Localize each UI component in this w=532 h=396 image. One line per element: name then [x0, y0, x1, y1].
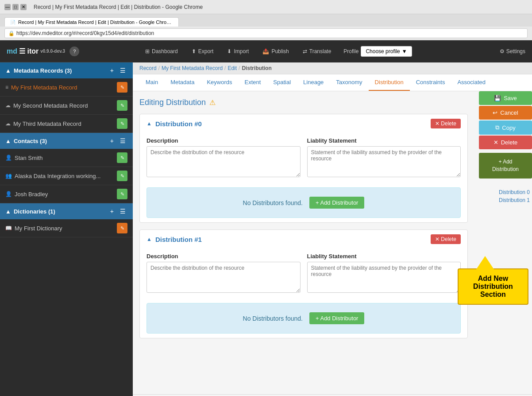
no-distributors-text-0: No Distributors found.	[243, 199, 303, 206]
tab-keywords[interactable]: Keywords	[200, 74, 238, 91]
add-contact-button[interactable]: +	[108, 136, 116, 145]
person-icon: 👤	[5, 155, 12, 161]
no-distributors-box-0: No Distributors found. + Add Distributor	[146, 187, 461, 218]
tab-taxonomy[interactable]: Taxonomy	[330, 74, 368, 91]
group-icon: 👥	[5, 173, 12, 179]
liability-textarea-0[interactable]	[307, 146, 461, 177]
liability-textarea-1[interactable]	[307, 262, 461, 293]
description-textarea-1[interactable]	[146, 262, 301, 293]
tab-spatial[interactable]: Spatial	[267, 74, 297, 91]
edit-record-2-button[interactable]: ✎	[117, 118, 127, 129]
translate-button[interactable]: ⇄ Translate	[297, 46, 337, 57]
contacts-actions: + ☰	[108, 136, 127, 145]
liability-group-0: Liablity Statement	[307, 137, 461, 179]
edit-record-0-button[interactable]: ✎	[117, 82, 127, 93]
metadata-records-menu-button[interactable]: ☰	[118, 66, 127, 75]
app-version: v0.9.0-dev.3	[40, 49, 65, 54]
metadata-records-section-header[interactable]: ▲ Metadata Records (3) + ☰	[0, 62, 133, 78]
sidebar-item-alaska-data[interactable]: 👥 Alaska Data Integration working... ✎	[0, 167, 133, 185]
breadcrumb-sep-1: /	[158, 65, 160, 71]
breadcrumb-edit[interactable]: Edit	[227, 65, 237, 71]
sidebar-item-label: My First Metadata Record	[11, 84, 117, 91]
dictionaries-menu-button[interactable]: ☰	[118, 207, 127, 216]
tab-lineage[interactable]: Lineage	[297, 74, 330, 91]
app-logo: md ☰ itor v0.9.0-dev.3	[7, 47, 65, 55]
distribution-1-title: ▲ Distribution #1	[146, 236, 427, 243]
dictionaries-section-header[interactable]: ▲ Dictionaries (1) + ☰	[0, 203, 133, 219]
tab-extent[interactable]: Extent	[238, 74, 267, 91]
copy-button[interactable]: ⧉ Copy	[479, 120, 532, 135]
sidebar-item-my-third-metadata-record[interactable]: ☁ My Third Metadata Record ✎	[0, 115, 133, 133]
description-label-0: Description	[146, 137, 301, 144]
lock-icon: 🔒	[8, 31, 15, 36]
add-distribution-button[interactable]: + Add Distribution	[479, 153, 532, 179]
tab-bar: 📄 Record | My First Metadata Record | Ed…	[0, 14, 532, 27]
contacts-menu-button[interactable]: ☰	[118, 136, 127, 145]
contacts-section-header[interactable]: ▲ Contacts (3) + ☰	[0, 133, 133, 149]
description-textarea-0[interactable]	[146, 146, 301, 177]
profile-label: Profile	[343, 48, 359, 54]
help-button[interactable]: ?	[69, 47, 79, 56]
sidebar-item-my-first-dictionary[interactable]: 📖 My First Dictionary ✎	[0, 219, 133, 237]
add-distributor-1-button[interactable]: + Add Distributor	[309, 312, 364, 324]
tab-distribution[interactable]: Distribution	[369, 74, 410, 91]
tab-main[interactable]: Main	[139, 74, 164, 91]
collapse-arrow-1[interactable]: ▲	[146, 236, 152, 242]
settings-button[interactable]: ⚙ Settings	[500, 48, 525, 54]
delete-button[interactable]: ✕ Delete	[479, 136, 532, 149]
sidebar-item-my-second-metadata-record[interactable]: ☁ My Second Metadata Record ✎	[0, 97, 133, 115]
dashboard-button[interactable]: ⊞ Dashboard	[139, 46, 184, 57]
import-button[interactable]: ⬇ Import	[221, 46, 254, 57]
edit-contact-0-button[interactable]: ✎	[117, 152, 127, 163]
add-distributor-0-button[interactable]: + Add Distributor	[309, 197, 364, 209]
sidebar-item-label: Stan Smith	[15, 155, 117, 161]
sidebar-item-josh-bradley[interactable]: 👤 Josh Bradley ✎	[0, 185, 133, 203]
sidebar-item-stan-smith[interactable]: 👤 Stan Smith ✎	[0, 149, 133, 167]
editing-title: Editing Distribution	[139, 98, 206, 107]
maximize-button[interactable]: □	[12, 4, 19, 10]
breadcrumb-record-name[interactable]: My First Metadata Record	[162, 65, 223, 71]
breadcrumb: Record / My First Metadata Record / Edit…	[133, 62, 532, 74]
breadcrumb-sep-3: /	[239, 65, 240, 71]
edit-dictionary-0-button[interactable]: ✎	[117, 223, 127, 233]
side-nav-distribution-0[interactable]: Distribution 0	[479, 188, 532, 196]
close-button[interactable]: ✕	[20, 4, 27, 10]
tab-navigation: Main Metadata Keywords Extent Spatial Li…	[133, 74, 532, 91]
import-icon: ⬇	[227, 48, 231, 54]
sidebar: md ☰ itor v0.9.0-dev.3 ? ▲ Metadata Reco…	[0, 40, 133, 396]
delete-distribution-0-button[interactable]: ✕ Delete	[431, 119, 461, 128]
distribution-0-title: ▲ Distribution #0	[146, 120, 427, 128]
content-area: Editing Distribution ⚠ 💾 Save ↩ Cancel ⧉…	[133, 91, 532, 394]
sidebar-item-label: My Third Metadata Record	[13, 120, 117, 127]
profile-dropdown[interactable]: Choose profile ▼	[361, 46, 412, 57]
dictionaries-actions: + ☰	[108, 207, 127, 216]
tab-metadata[interactable]: Metadata	[164, 74, 200, 91]
sidebar-item-my-first-metadata-record[interactable]: ≡ My First Metadata Record ✎	[0, 78, 133, 97]
edit-record-1-button[interactable]: ✎	[117, 100, 127, 111]
callout-tooltip: Add New Distribution Section	[458, 268, 528, 305]
browser-title: Record | My First Metadata Record | Edit…	[34, 4, 203, 10]
dashboard-icon: ⊞	[145, 48, 150, 54]
edit-contact-2-button[interactable]: ✎	[117, 189, 127, 199]
add-dictionary-button[interactable]: +	[108, 207, 116, 216]
export-icon: ⬆	[192, 48, 196, 54]
bottom-bar: ⚑ Report Issue AutoSave: On	[133, 394, 532, 396]
export-button[interactable]: ⬆ Export	[186, 46, 220, 57]
tab-associated[interactable]: Associated	[451, 74, 492, 91]
tab-constraints[interactable]: Constraints	[410, 74, 451, 91]
cancel-button[interactable]: ↩ Cancel	[479, 106, 532, 120]
edit-contact-1-button[interactable]: ✎	[117, 171, 127, 181]
save-button[interactable]: 💾 Save	[479, 91, 532, 105]
publish-button[interactable]: 📤 Publish	[257, 46, 294, 57]
add-metadata-record-button[interactable]: +	[108, 66, 116, 75]
browser-tab[interactable]: 📄 Record | My First Metadata Record | Ed…	[4, 17, 179, 27]
breadcrumb-record[interactable]: Record	[139, 65, 157, 71]
collapse-arrow-0[interactable]: ▲	[146, 120, 152, 127]
minimize-button[interactable]: —	[4, 4, 11, 10]
browser-controls: — □ ✕	[4, 4, 27, 10]
record-icon: ≡	[5, 84, 8, 90]
address-bar[interactable]: 🔒 https://dev.mdeditor.org/#/record/0kgv…	[4, 28, 528, 38]
side-nav-distribution-1[interactable]: Distribution 1	[479, 196, 532, 204]
delete-distribution-1-button[interactable]: ✕ Delete	[431, 234, 461, 244]
translate-icon: ⇄	[303, 48, 307, 54]
